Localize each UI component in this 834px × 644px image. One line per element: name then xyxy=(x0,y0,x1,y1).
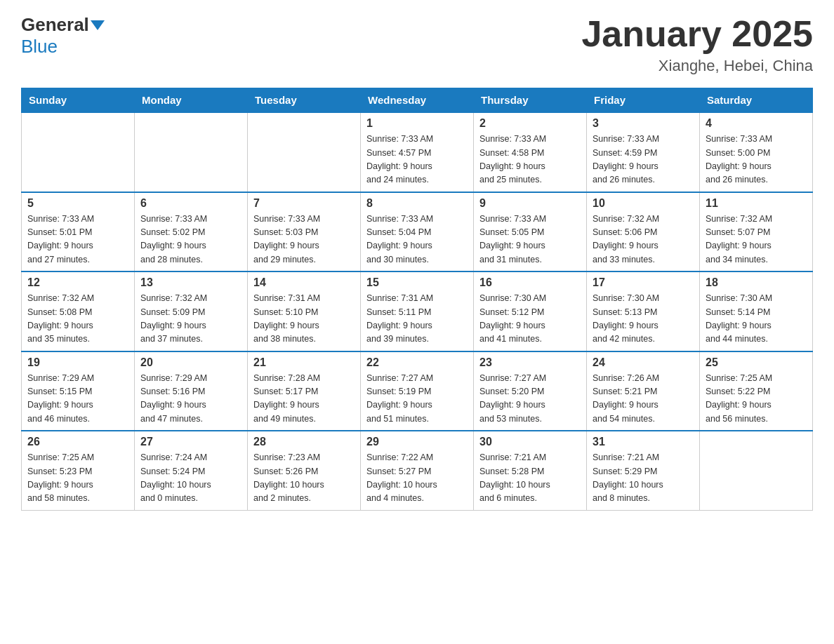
calendar-cell: 22Sunrise: 7:27 AM Sunset: 5:19 PM Dayli… xyxy=(361,351,474,431)
day-info: Sunrise: 7:31 AM Sunset: 5:11 PM Dayligh… xyxy=(366,292,468,347)
day-number: 30 xyxy=(479,436,581,448)
day-info: Sunrise: 7:32 AM Sunset: 5:08 PM Dayligh… xyxy=(27,292,128,347)
day-info: Sunrise: 7:25 AM Sunset: 5:22 PM Dayligh… xyxy=(706,372,807,427)
calendar-cell: 26Sunrise: 7:25 AM Sunset: 5:23 PM Dayli… xyxy=(22,431,135,510)
calendar-cell: 10Sunrise: 7:32 AM Sunset: 5:06 PM Dayli… xyxy=(587,192,700,272)
day-info: Sunrise: 7:27 AM Sunset: 5:20 PM Dayligh… xyxy=(479,372,581,427)
calendar-cell: 3Sunrise: 7:33 AM Sunset: 4:59 PM Daylig… xyxy=(587,112,700,192)
month-title: January 2025 xyxy=(581,14,813,54)
day-info: Sunrise: 7:21 AM Sunset: 5:28 PM Dayligh… xyxy=(479,451,581,506)
calendar-week-row: 12Sunrise: 7:32 AM Sunset: 5:08 PM Dayli… xyxy=(22,271,813,351)
day-info: Sunrise: 7:32 AM Sunset: 5:06 PM Dayligh… xyxy=(593,213,694,267)
day-number: 8 xyxy=(366,197,468,210)
calendar-cell: 9Sunrise: 7:33 AM Sunset: 5:05 PM Daylig… xyxy=(474,192,587,272)
day-number: 9 xyxy=(479,197,581,210)
day-info: Sunrise: 7:21 AM Sunset: 5:29 PM Dayligh… xyxy=(593,451,694,506)
day-info: Sunrise: 7:23 AM Sunset: 5:26 PM Dayligh… xyxy=(253,451,355,506)
day-number: 23 xyxy=(479,356,581,369)
day-number: 14 xyxy=(253,276,355,289)
calendar-cell: 6Sunrise: 7:33 AM Sunset: 5:02 PM Daylig… xyxy=(135,192,248,272)
calendar-week-row: 5Sunrise: 7:33 AM Sunset: 5:01 PM Daylig… xyxy=(22,192,813,272)
calendar-header-row: SundayMondayTuesdayWednesdayThursdayFrid… xyxy=(22,88,813,113)
calendar-cell: 4Sunrise: 7:33 AM Sunset: 5:00 PM Daylig… xyxy=(700,112,813,192)
calendar-cell: 23Sunrise: 7:27 AM Sunset: 5:20 PM Dayli… xyxy=(474,351,587,431)
day-number: 20 xyxy=(140,356,241,369)
calendar-cell: 20Sunrise: 7:29 AM Sunset: 5:16 PM Dayli… xyxy=(135,351,248,431)
logo-blue-text: Blue xyxy=(21,36,58,57)
calendar-cell: 7Sunrise: 7:33 AM Sunset: 5:03 PM Daylig… xyxy=(248,192,361,272)
logo-general-text: General xyxy=(21,14,89,36)
calendar-header-wednesday: Wednesday xyxy=(361,88,474,113)
day-number: 6 xyxy=(140,197,241,210)
day-info: Sunrise: 7:29 AM Sunset: 5:15 PM Dayligh… xyxy=(27,372,128,427)
calendar-cell: 8Sunrise: 7:33 AM Sunset: 5:04 PM Daylig… xyxy=(361,192,474,272)
day-number: 21 xyxy=(253,356,355,369)
day-number: 1 xyxy=(366,117,468,130)
day-number: 15 xyxy=(366,276,468,289)
day-info: Sunrise: 7:30 AM Sunset: 5:14 PM Dayligh… xyxy=(706,292,807,347)
calendar-cell: 13Sunrise: 7:32 AM Sunset: 5:09 PM Dayli… xyxy=(135,271,248,351)
day-info: Sunrise: 7:25 AM Sunset: 5:23 PM Dayligh… xyxy=(27,451,128,506)
day-number: 5 xyxy=(27,197,128,210)
day-info: Sunrise: 7:22 AM Sunset: 5:27 PM Dayligh… xyxy=(366,451,468,506)
day-number: 3 xyxy=(593,117,694,130)
calendar-cell: 21Sunrise: 7:28 AM Sunset: 5:17 PM Dayli… xyxy=(248,351,361,431)
calendar-cell: 27Sunrise: 7:24 AM Sunset: 5:24 PM Dayli… xyxy=(135,431,248,510)
day-number: 12 xyxy=(27,276,128,289)
day-info: Sunrise: 7:33 AM Sunset: 4:58 PM Dayligh… xyxy=(479,133,581,187)
day-info: Sunrise: 7:29 AM Sunset: 5:16 PM Dayligh… xyxy=(140,372,241,427)
day-info: Sunrise: 7:30 AM Sunset: 5:13 PM Dayligh… xyxy=(593,292,694,347)
location: Xianghe, Hebei, China xyxy=(581,57,813,75)
day-info: Sunrise: 7:32 AM Sunset: 5:07 PM Dayligh… xyxy=(706,213,807,267)
day-number: 31 xyxy=(593,436,694,448)
calendar-week-row: 19Sunrise: 7:29 AM Sunset: 5:15 PM Dayli… xyxy=(22,351,813,431)
day-number: 17 xyxy=(593,276,694,289)
calendar-header-thursday: Thursday xyxy=(474,88,587,113)
calendar-header-tuesday: Tuesday xyxy=(248,88,361,113)
day-number: 4 xyxy=(706,117,807,130)
calendar-cell: 17Sunrise: 7:30 AM Sunset: 5:13 PM Dayli… xyxy=(587,271,700,351)
day-info: Sunrise: 7:27 AM Sunset: 5:19 PM Dayligh… xyxy=(366,372,468,427)
calendar-cell: 12Sunrise: 7:32 AM Sunset: 5:08 PM Dayli… xyxy=(22,271,135,351)
day-number: 19 xyxy=(27,356,128,369)
calendar-cell xyxy=(22,112,135,192)
calendar-cell: 28Sunrise: 7:23 AM Sunset: 5:26 PM Dayli… xyxy=(248,431,361,510)
calendar-header-saturday: Saturday xyxy=(700,88,813,113)
day-info: Sunrise: 7:33 AM Sunset: 4:59 PM Dayligh… xyxy=(593,133,694,187)
day-number: 25 xyxy=(706,356,807,369)
day-info: Sunrise: 7:33 AM Sunset: 5:01 PM Dayligh… xyxy=(27,213,128,267)
calendar-cell xyxy=(700,431,813,510)
calendar-week-row: 26Sunrise: 7:25 AM Sunset: 5:23 PM Dayli… xyxy=(22,431,813,510)
calendar-table: SundayMondayTuesdayWednesdayThursdayFrid… xyxy=(21,88,813,511)
day-number: 27 xyxy=(140,436,241,448)
day-info: Sunrise: 7:33 AM Sunset: 4:57 PM Dayligh… xyxy=(366,133,468,187)
calendar-cell: 14Sunrise: 7:31 AM Sunset: 5:10 PM Dayli… xyxy=(248,271,361,351)
day-number: 2 xyxy=(479,117,581,130)
calendar-cell: 31Sunrise: 7:21 AM Sunset: 5:29 PM Dayli… xyxy=(587,431,700,510)
day-number: 24 xyxy=(593,356,694,369)
day-info: Sunrise: 7:31 AM Sunset: 5:10 PM Dayligh… xyxy=(253,292,355,347)
calendar-cell: 30Sunrise: 7:21 AM Sunset: 5:28 PM Dayli… xyxy=(474,431,587,510)
day-info: Sunrise: 7:28 AM Sunset: 5:17 PM Dayligh… xyxy=(253,372,355,427)
day-info: Sunrise: 7:33 AM Sunset: 5:00 PM Dayligh… xyxy=(706,133,807,187)
calendar-header-monday: Monday xyxy=(135,88,248,113)
calendar-cell: 19Sunrise: 7:29 AM Sunset: 5:15 PM Dayli… xyxy=(22,351,135,431)
calendar-cell xyxy=(248,112,361,192)
day-info: Sunrise: 7:26 AM Sunset: 5:21 PM Dayligh… xyxy=(593,372,694,427)
day-info: Sunrise: 7:32 AM Sunset: 5:09 PM Dayligh… xyxy=(140,292,241,347)
day-info: Sunrise: 7:24 AM Sunset: 5:24 PM Dayligh… xyxy=(140,451,241,506)
day-info: Sunrise: 7:33 AM Sunset: 5:04 PM Dayligh… xyxy=(366,213,468,267)
title-block: January 2025 Xianghe, Hebei, China xyxy=(581,14,813,75)
day-number: 13 xyxy=(140,276,241,289)
calendar-cell: 1Sunrise: 7:33 AM Sunset: 4:57 PM Daylig… xyxy=(361,112,474,192)
day-number: 11 xyxy=(706,197,807,210)
day-number: 29 xyxy=(366,436,468,448)
calendar-cell: 11Sunrise: 7:32 AM Sunset: 5:07 PM Dayli… xyxy=(700,192,813,272)
calendar-cell: 15Sunrise: 7:31 AM Sunset: 5:11 PM Dayli… xyxy=(361,271,474,351)
day-number: 26 xyxy=(27,436,128,448)
page-header: General Blue January 2025 Xianghe, Hebei… xyxy=(21,14,813,75)
calendar-cell xyxy=(135,112,248,192)
day-info: Sunrise: 7:30 AM Sunset: 5:12 PM Dayligh… xyxy=(479,292,581,347)
day-number: 18 xyxy=(706,276,807,289)
calendar-cell: 16Sunrise: 7:30 AM Sunset: 5:12 PM Dayli… xyxy=(474,271,587,351)
